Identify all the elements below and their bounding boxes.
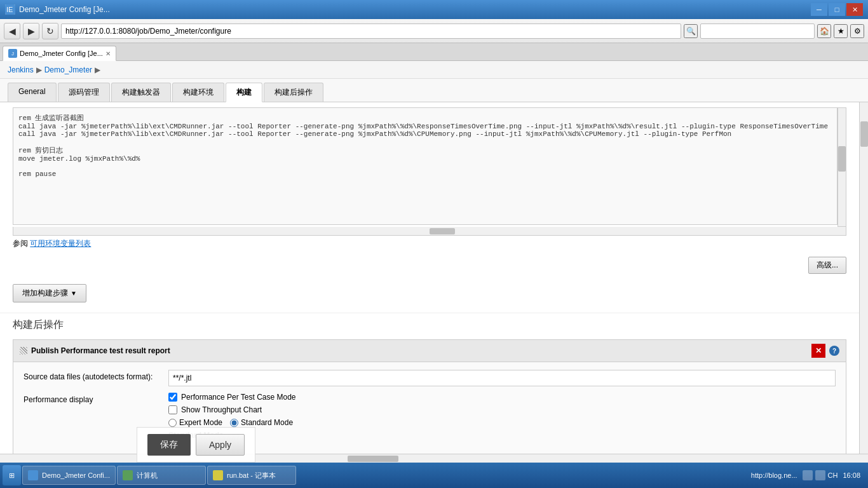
browser-tab-active[interactable]: J Demo_Jmeter Config [Je... ✕: [3, 46, 116, 61]
taskbar-jenkins-icon: [28, 470, 38, 480]
standard-mode-radio[interactable]: [230, 419, 238, 427]
taskbar: ⊞ Demo_Jmeter Confi... 计算机 run.bat - 记事本…: [0, 463, 868, 488]
start-button[interactable]: ⊞: [3, 465, 21, 485]
env-vars-link[interactable]: 可用环境变量列表: [30, 239, 91, 248]
tab-favicon: J: [8, 49, 17, 58]
refresh-button[interactable]: ↻: [42, 23, 58, 39]
performance-display-label: Performance display: [24, 393, 163, 404]
settings-icon[interactable]: ⚙: [850, 24, 864, 38]
window-icon: IE: [5, 4, 15, 15]
jenkins-breadcrumb: Jenkins ▶ Demo_Jmeter ▶: [0, 61, 868, 79]
tray-icon-2: [815, 470, 825, 480]
checkbox-per-test-case-label[interactable]: Performance Per Test Case Mode: [181, 393, 296, 402]
tab-source[interactable]: 源码管理: [58, 83, 110, 102]
action-bar: 保存 Apply: [137, 427, 255, 463]
config-tab-bar: General 源码管理 构建触发器 构建环境 构建 构建后操作: [0, 79, 868, 102]
standard-mode-text: Standard Mode: [241, 418, 293, 427]
env-vars-row: 参阅 可用环境变量列表: [0, 236, 859, 254]
tab-general[interactable]: General: [8, 83, 57, 102]
add-step-row: 增加构建步骤 ▼: [0, 279, 859, 313]
post-build-item-title: Publish Performance test result report: [31, 346, 808, 355]
build-script-textarea[interactable]: rem 生成监听器截图 call java -jar %jmeterPath%\…: [13, 107, 837, 225]
config-scroll-area[interactable]: rem 生成监听器截图 call java -jar %jmeterPath%\…: [0, 102, 859, 454]
taskbar-notepad-label: run.bat - 记事本: [227, 471, 276, 480]
checkbox-throughput[interactable]: [168, 405, 177, 414]
windows-logo-icon: ⊞: [9, 471, 15, 480]
favorites-icon[interactable]: ★: [834, 24, 848, 38]
advanced-row: 高级...: [0, 254, 859, 279]
post-build-item-header: Publish Performance test result report ✕…: [13, 340, 846, 362]
maximize-button[interactable]: □: [829, 3, 845, 16]
source-files-label: Source data files (autodetects format):: [24, 370, 163, 381]
lang-indicator: CH: [828, 471, 838, 479]
breadcrumb-sep-1: ▶: [36, 65, 42, 74]
post-build-help-icon[interactable]: ?: [829, 346, 839, 356]
taskbar-notepad-icon: [213, 470, 223, 480]
source-files-input[interactable]: [168, 370, 836, 386]
checkbox-per-test-case-row: Performance Per Test Case Mode: [168, 393, 836, 402]
hscroll-thumb[interactable]: [348, 456, 398, 462]
minimize-button[interactable]: ─: [811, 3, 827, 16]
taskbar-item-notepad[interactable]: run.bat - 记事本: [207, 466, 296, 485]
expert-mode-radio[interactable]: [168, 419, 177, 427]
tab-build[interactable]: 构建: [226, 83, 262, 102]
svg-text:IE: IE: [6, 6, 13, 13]
close-button[interactable]: ✕: [846, 3, 863, 16]
add-step-label: 增加构建步骤: [22, 288, 68, 299]
delete-post-build-button[interactable]: ✕: [811, 344, 825, 358]
forward-button[interactable]: ▶: [23, 23, 39, 39]
post-build-header: 构建后操作: [0, 313, 859, 339]
window-title: Demo_Jmeter Config [Je...: [19, 5, 110, 14]
drag-handle-icon[interactable]: [20, 347, 27, 355]
source-files-row: Source data files (autodetects format):: [24, 370, 836, 386]
back-button[interactable]: ◀: [4, 23, 20, 39]
env-link-text: 参阅: [13, 239, 28, 248]
breadcrumb-demo-jmeter[interactable]: Demo_Jmeter: [44, 65, 92, 74]
title-bar: IE Demo_Jmeter Config [Je... ─ □ ✕: [0, 0, 868, 19]
browser-content: Jenkins ▶ Demo_Jmeter ▶ General 源码管理 构建触…: [0, 61, 868, 463]
save-button[interactable]: 保存: [147, 434, 191, 456]
tab-triggers[interactable]: 构建触发器: [111, 83, 171, 102]
search-icon-addr[interactable]: 🔍: [684, 24, 698, 38]
mode-radio-row: Expert Mode Standard Mode: [168, 418, 836, 427]
advanced-button[interactable]: 高级...: [808, 257, 846, 274]
browser-search-input[interactable]: [700, 24, 815, 39]
tab-post-build[interactable]: 构建后操作: [264, 83, 323, 102]
tray-url-text: http://blog.ne...: [751, 471, 797, 479]
bottom-hscrollbar[interactable]: [0, 454, 868, 463]
taskbar-computer-icon: [123, 470, 133, 480]
add-build-step-button[interactable]: 增加构建步骤 ▼: [13, 284, 86, 302]
apply-button[interactable]: Apply: [196, 434, 245, 456]
taskbar-item-jenkins[interactable]: Demo_Jmeter Confi...: [22, 466, 116, 485]
expert-mode-label[interactable]: Expert Mode: [168, 418, 222, 427]
tab-bar: J Demo_Jmeter Config [Je... ✕: [0, 43, 868, 61]
tab-label: Demo_Jmeter Config [Je...: [20, 50, 103, 57]
home-icon[interactable]: 🏠: [817, 24, 831, 38]
checkbox-per-test-case[interactable]: [168, 393, 177, 402]
tab-close-button[interactable]: ✕: [105, 50, 111, 57]
standard-mode-section-header: Standard Mode: [168, 431, 836, 440]
taskbar-right: http://blog.ne... CH 16:08: [751, 470, 865, 480]
tray-icon-1: [803, 470, 813, 480]
taskbar-computer-label: 计算机: [137, 471, 158, 480]
code-hscrollbar[interactable]: [13, 227, 846, 236]
expert-mode-text: Expert Mode: [179, 418, 222, 427]
breadcrumb-jenkins[interactable]: Jenkins: [8, 65, 34, 74]
taskbar-jenkins-label: Demo_Jmeter Confi...: [42, 471, 110, 479]
tab-build-env[interactable]: 构建环境: [172, 83, 224, 102]
clock-time: 16:08: [843, 471, 860, 479]
right-scrollbar[interactable]: [859, 102, 868, 454]
standard-mode-label[interactable]: Standard Mode: [230, 418, 293, 427]
taskbar-item-computer[interactable]: 计算机: [117, 466, 206, 485]
address-bar: ◀ ▶ ↻ 🔍 🏠 ★ ⚙: [0, 19, 868, 43]
checkbox-throughput-label[interactable]: Show Throughput Chart: [181, 405, 262, 414]
breadcrumb-sep-2: ▶: [95, 65, 100, 74]
url-input[interactable]: [61, 24, 681, 39]
checkbox-throughput-row: Show Throughput Chart: [168, 405, 836, 414]
dropdown-arrow-icon: ▼: [71, 290, 77, 297]
system-tray: CH: [803, 470, 838, 480]
